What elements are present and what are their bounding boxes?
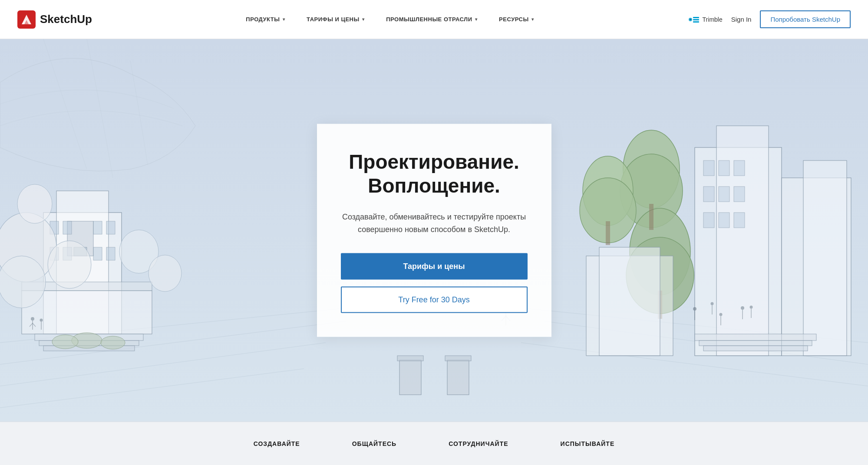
svg-point-80 [719, 313, 723, 316]
nav-item-pricing[interactable]: ТАРИФЫ И ЦЕНЫ ▾ [307, 16, 364, 23]
svg-point-36 [149, 255, 182, 291]
svg-rect-68 [649, 204, 653, 230]
svg-rect-59 [703, 213, 714, 228]
svg-point-78 [711, 302, 714, 305]
svg-rect-57 [719, 187, 729, 202]
try-sketchup-button[interactable]: Попробовать SketchUp [760, 10, 851, 28]
header-actions: Trimble Sign In Попробовать SketchUp [688, 10, 851, 28]
nav-item-industries[interactable]: ПРОМЫШЛЕННЫЕ ОТРАСЛИ ▾ [386, 16, 477, 23]
svg-rect-86 [399, 360, 421, 395]
svg-rect-50 [716, 126, 769, 356]
svg-rect-75 [703, 346, 808, 351]
chevron-down-icon: ▾ [531, 17, 534, 22]
svg-rect-21 [106, 221, 115, 234]
svg-rect-73 [695, 334, 816, 341]
svg-rect-24 [93, 247, 102, 260]
main-nav: ПРОДУКТЫ ▾ ТАРИФЫ И ЦЕНЫ ▾ ПРОМЫШЛЕННЫЕ … [92, 16, 688, 23]
svg-rect-54 [719, 160, 729, 176]
svg-rect-87 [397, 356, 423, 361]
svg-point-5 [690, 19, 691, 20]
svg-rect-56 [703, 187, 714, 202]
svg-rect-53 [703, 160, 714, 176]
svg-rect-6 [693, 17, 699, 18]
svg-rect-25 [106, 247, 115, 260]
bottom-bar: СОЗДАВАЙТЕ ОБЩАЙТЕСЬ СОТРУДНИЧАЙТЕ ИСПЫТ… [0, 422, 868, 465]
chevron-down-icon: ▾ [362, 17, 365, 22]
svg-rect-20 [93, 221, 102, 234]
bottom-item-test[interactable]: ИСПЫТЫВАЙТЕ [561, 440, 615, 447]
nav-item-products[interactable]: ПРОДУКТЫ ▾ [246, 16, 285, 23]
hero-title: Проектирование. Воплощение. [341, 150, 528, 198]
try-free-button[interactable]: Try Free for 30 Days [341, 286, 528, 313]
trimble-logo: Trimble [688, 15, 723, 24]
bottom-item-create[interactable]: СОЗДАВАЙТЕ [254, 440, 300, 447]
svg-point-84 [750, 306, 753, 309]
svg-point-38 [101, 336, 125, 349]
chevron-down-icon: ▾ [475, 17, 478, 22]
hero-card: Проектирование. Воплощение. Создавайте, … [317, 124, 551, 337]
bottom-item-collaborate[interactable]: СОТРУДНИЧАЙТЕ [449, 440, 508, 447]
chevron-down-icon: ▾ [283, 17, 285, 22]
bottom-item-share[interactable]: ОБЩАЙТЕСЬ [352, 440, 396, 447]
logo-area: SketchUp [17, 10, 92, 29]
svg-rect-74 [699, 341, 812, 346]
svg-rect-60 [719, 213, 729, 228]
hero-subtitle: Создавайте, обменивайтесь и тестируйте п… [341, 211, 528, 236]
svg-rect-69 [606, 221, 610, 245]
header: SketchUp ПРОДУКТЫ ▾ ТАРИФЫ И ЦЕНЫ ▾ ПРОМ… [0, 0, 868, 39]
svg-point-40 [31, 317, 34, 321]
svg-rect-8 [693, 21, 699, 23]
svg-rect-52 [803, 160, 847, 356]
svg-point-76 [693, 307, 696, 311]
svg-rect-7 [693, 19, 699, 20]
svg-point-82 [741, 306, 744, 310]
svg-point-33 [48, 241, 91, 288]
svg-point-39 [52, 335, 78, 349]
trimble-label: Trimble [703, 16, 723, 23]
nav-item-resources[interactable]: РЕСУРСЫ ▾ [499, 16, 534, 23]
sign-in-link[interactable]: Sign In [731, 16, 752, 23]
hero-section: Проектирование. Воплощение. Создавайте, … [0, 39, 868, 422]
trimble-icon [688, 15, 700, 24]
svg-point-44 [40, 319, 43, 322]
svg-point-32 [0, 256, 46, 308]
svg-rect-89 [445, 356, 471, 361]
pricing-button[interactable]: Тарифы и цены [341, 253, 528, 279]
svg-rect-19 [63, 221, 72, 234]
svg-rect-88 [447, 360, 469, 395]
logo-text: SketchUp [40, 13, 92, 26]
svg-rect-58 [734, 187, 745, 202]
svg-point-34 [17, 184, 52, 223]
svg-rect-61 [734, 213, 745, 228]
sketchup-logo-icon [17, 10, 36, 29]
svg-rect-72 [599, 247, 660, 356]
svg-rect-55 [734, 160, 745, 176]
